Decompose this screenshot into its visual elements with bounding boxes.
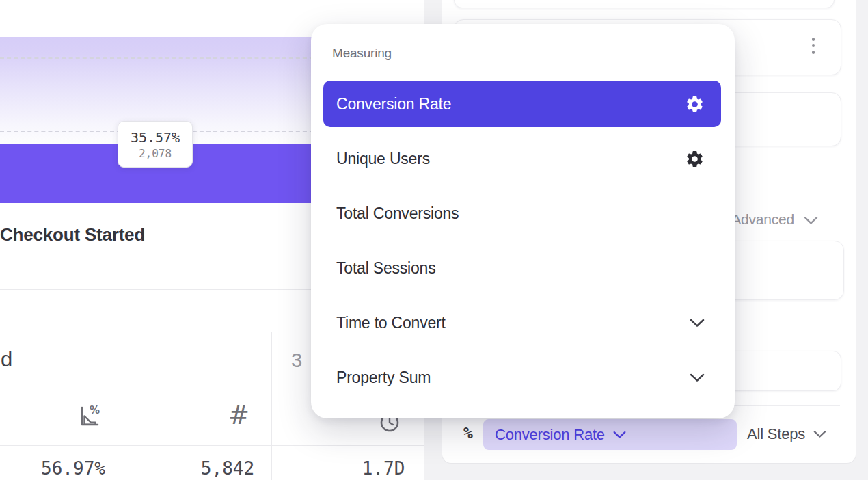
table-column-divider (271, 332, 272, 480)
chevron-down-icon (804, 216, 818, 225)
menu-item-time-to-convert[interactable]: Time to Convert (323, 299, 721, 346)
query-step-card (454, 0, 835, 8)
kebab-menu-icon[interactable] (812, 38, 815, 54)
chevron-down-icon (613, 431, 626, 439)
divider (0, 445, 424, 446)
chevron-down-icon (690, 319, 705, 328)
cell-count: 5,842 (201, 458, 254, 479)
metric-type-symbol: % (463, 424, 473, 442)
menu-item-total-conversions[interactable]: Total Conversions (323, 190, 721, 237)
measurement-pill-label: Conversion Rate (495, 426, 605, 444)
funnel-step-label: Checkout Started (0, 224, 145, 245)
count-icon: # (228, 401, 249, 430)
menu-item-total-sessions[interactable]: Total Sessions (323, 245, 721, 291)
menu-item-label: Unique Users (336, 150, 430, 168)
cell-conversion-rate: 56.97% (41, 458, 105, 479)
chevron-down-icon (813, 430, 826, 438)
advanced-label: Advanced (731, 211, 794, 227)
menu-item-label: Time to Convert (336, 314, 446, 332)
menu-item-label: Property Sum (336, 369, 431, 387)
menu-item-label: Total Sessions (336, 259, 436, 278)
tooltip-count: 2,078 (139, 147, 172, 160)
funnel-tooltip: 35.57% 2,078 (118, 121, 193, 168)
funnel-analysis-screen: 35.57% 2,078 Checkout Started d 3 % # 56… (0, 0, 868, 480)
measuring-dropdown: Measuring Conversion Rate Unique Users T… (311, 24, 735, 418)
gear-icon[interactable] (685, 149, 705, 169)
gear-icon[interactable] (685, 94, 705, 114)
menu-item-unique-users[interactable]: Unique Users (323, 135, 721, 182)
conversion-rate-icon: % (77, 404, 103, 430)
table-step-header-fragment: d (1, 347, 12, 372)
tooltip-conversion-percent: 35.57% (131, 129, 180, 146)
measuring-heading: Measuring (332, 46, 392, 61)
steps-selector[interactable]: All Steps (747, 425, 826, 443)
menu-item-label: Conversion Rate (336, 95, 451, 114)
menu-item-label: Total Conversions (336, 204, 459, 223)
svg-text:%: % (90, 404, 100, 416)
advanced-toggle[interactable]: Advanced (731, 211, 794, 228)
steps-selector-label: All Steps (747, 425, 805, 443)
measurement-pill[interactable]: Conversion Rate (483, 419, 737, 450)
cell-time-to-convert: 1.7D (362, 458, 405, 479)
menu-item-property-sum[interactable]: Property Sum (323, 354, 721, 401)
table-step-number: 3 (291, 349, 302, 372)
menu-item-conversion-rate[interactable]: Conversion Rate (323, 81, 721, 127)
chevron-down-icon (690, 373, 705, 382)
